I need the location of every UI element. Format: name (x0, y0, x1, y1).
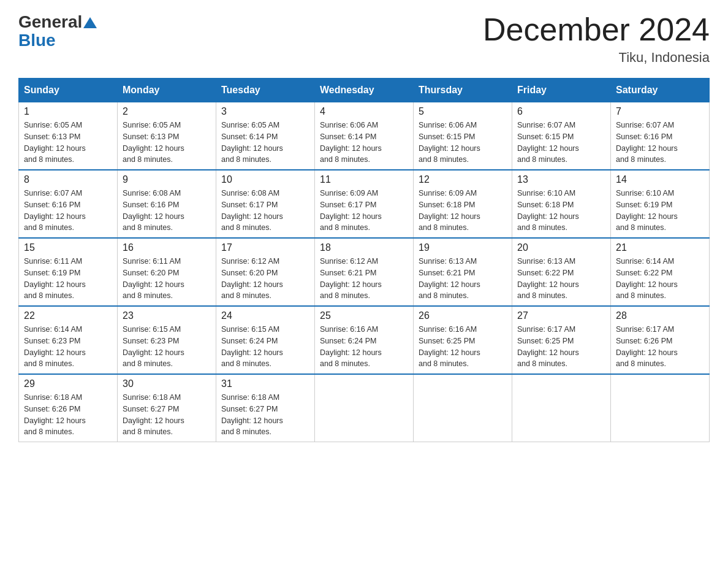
svg-marker-0 (83, 17, 97, 28)
day-number: 30 (123, 378, 211, 389)
day-number: 5 (419, 106, 507, 117)
calendar-header-row: SundayMondayTuesdayWednesdayThursdayFrid… (19, 79, 710, 102)
calendar-cell: 22 Sunrise: 6:14 AMSunset: 6:23 PMDaylig… (19, 306, 118, 374)
calendar-cell: 29 Sunrise: 6:18 AMSunset: 6:26 PMDaylig… (19, 374, 118, 442)
day-info: Sunrise: 6:09 AMSunset: 6:17 PMDaylight:… (320, 189, 382, 232)
calendar-cell: 4 Sunrise: 6:06 AMSunset: 6:14 PMDayligh… (315, 102, 414, 170)
calendar-cell: 23 Sunrise: 6:15 AMSunset: 6:23 PMDaylig… (118, 306, 216, 374)
day-info: Sunrise: 6:11 AMSunset: 6:19 PMDaylight:… (24, 257, 86, 300)
calendar-cell: 18 Sunrise: 6:12 AMSunset: 6:21 PMDaylig… (315, 238, 414, 306)
day-info: Sunrise: 6:18 AMSunset: 6:26 PMDaylight:… (24, 393, 86, 436)
header-tuesday: Tuesday (216, 79, 315, 102)
header-saturday: Saturday (611, 79, 710, 102)
day-number: 23 (123, 310, 211, 321)
day-number: 26 (419, 310, 507, 321)
day-number: 10 (221, 174, 309, 185)
day-info: Sunrise: 6:09 AMSunset: 6:18 PMDaylight:… (419, 189, 480, 232)
calendar-cell: 1 Sunrise: 6:05 AMSunset: 6:13 PMDayligh… (19, 102, 118, 170)
calendar-week-row: 15 Sunrise: 6:11 AMSunset: 6:19 PMDaylig… (19, 238, 710, 306)
day-number: 13 (517, 174, 605, 185)
day-info: Sunrise: 6:07 AMSunset: 6:15 PMDaylight:… (517, 121, 579, 164)
calendar-cell (315, 374, 414, 442)
day-info: Sunrise: 6:17 AMSunset: 6:25 PMDaylight:… (517, 325, 579, 368)
day-number: 18 (320, 242, 408, 253)
header-wednesday: Wednesday (315, 79, 414, 102)
calendar-cell: 2 Sunrise: 6:05 AMSunset: 6:13 PMDayligh… (118, 102, 216, 170)
day-number: 17 (221, 242, 309, 253)
page-header: General Blue December 2024 Tiku, Indones… (18, 12, 710, 66)
calendar-cell: 14 Sunrise: 6:10 AMSunset: 6:19 PMDaylig… (611, 170, 710, 238)
day-info: Sunrise: 6:08 AMSunset: 6:17 PMDaylight:… (221, 189, 283, 232)
day-info: Sunrise: 6:18 AMSunset: 6:27 PMDaylight:… (123, 393, 184, 436)
day-info: Sunrise: 6:13 AMSunset: 6:21 PMDaylight:… (419, 257, 480, 300)
calendar-cell: 15 Sunrise: 6:11 AMSunset: 6:19 PMDaylig… (19, 238, 118, 306)
calendar-cell: 5 Sunrise: 6:06 AMSunset: 6:15 PMDayligh… (414, 102, 512, 170)
day-info: Sunrise: 6:06 AMSunset: 6:14 PMDaylight:… (320, 121, 382, 164)
calendar-cell: 30 Sunrise: 6:18 AMSunset: 6:27 PMDaylig… (118, 374, 216, 442)
day-number: 27 (517, 310, 605, 321)
day-info: Sunrise: 6:07 AMSunset: 6:16 PMDaylight:… (24, 189, 86, 232)
header-thursday: Thursday (414, 79, 512, 102)
calendar-week-row: 8 Sunrise: 6:07 AMSunset: 6:16 PMDayligh… (19, 170, 710, 238)
day-number: 29 (24, 378, 112, 389)
day-number: 16 (123, 242, 211, 253)
day-number: 21 (616, 242, 704, 253)
title-area: December 2024 Tiku, Indonesia (483, 12, 710, 66)
day-info: Sunrise: 6:08 AMSunset: 6:16 PMDaylight:… (123, 189, 184, 232)
day-info: Sunrise: 6:11 AMSunset: 6:20 PMDaylight:… (123, 257, 184, 300)
day-number: 15 (24, 242, 112, 253)
calendar-cell: 10 Sunrise: 6:08 AMSunset: 6:17 PMDaylig… (216, 170, 315, 238)
calendar-cell: 6 Sunrise: 6:07 AMSunset: 6:15 PMDayligh… (512, 102, 611, 170)
logo-blue-text: Blue (18, 32, 97, 49)
day-number: 12 (419, 174, 507, 185)
calendar-cell (414, 374, 512, 442)
day-number: 9 (123, 174, 211, 185)
day-info: Sunrise: 6:13 AMSunset: 6:22 PMDaylight:… (517, 257, 579, 300)
calendar-cell: 27 Sunrise: 6:17 AMSunset: 6:25 PMDaylig… (512, 306, 611, 374)
day-info: Sunrise: 6:16 AMSunset: 6:25 PMDaylight:… (419, 325, 480, 368)
day-info: Sunrise: 6:07 AMSunset: 6:16 PMDaylight:… (616, 121, 678, 164)
day-number: 31 (221, 378, 309, 389)
day-number: 6 (517, 106, 605, 117)
day-number: 7 (616, 106, 704, 117)
day-info: Sunrise: 6:05 AMSunset: 6:14 PMDaylight:… (221, 121, 283, 164)
calendar-cell: 12 Sunrise: 6:09 AMSunset: 6:18 PMDaylig… (414, 170, 512, 238)
day-number: 4 (320, 106, 408, 117)
calendar-cell: 7 Sunrise: 6:07 AMSunset: 6:16 PMDayligh… (611, 102, 710, 170)
calendar-cell: 31 Sunrise: 6:18 AMSunset: 6:27 PMDaylig… (216, 374, 315, 442)
header-friday: Friday (512, 79, 611, 102)
day-number: 22 (24, 310, 112, 321)
calendar-cell: 17 Sunrise: 6:12 AMSunset: 6:20 PMDaylig… (216, 238, 315, 306)
day-info: Sunrise: 6:05 AMSunset: 6:13 PMDaylight:… (24, 121, 86, 164)
month-title: December 2024 (483, 12, 710, 47)
day-info: Sunrise: 6:15 AMSunset: 6:23 PMDaylight:… (123, 325, 184, 368)
calendar-cell: 13 Sunrise: 6:10 AMSunset: 6:18 PMDaylig… (512, 170, 611, 238)
calendar-cell: 16 Sunrise: 6:11 AMSunset: 6:20 PMDaylig… (118, 238, 216, 306)
day-info: Sunrise: 6:14 AMSunset: 6:22 PMDaylight:… (616, 257, 678, 300)
day-number: 2 (123, 106, 211, 117)
calendar-cell (611, 374, 710, 442)
day-number: 25 (320, 310, 408, 321)
day-info: Sunrise: 6:14 AMSunset: 6:23 PMDaylight:… (24, 325, 86, 368)
day-number: 19 (419, 242, 507, 253)
calendar-week-row: 1 Sunrise: 6:05 AMSunset: 6:13 PMDayligh… (19, 102, 710, 170)
day-info: Sunrise: 6:10 AMSunset: 6:19 PMDaylight:… (616, 189, 678, 232)
location-text: Tiku, Indonesia (483, 50, 710, 66)
day-info: Sunrise: 6:17 AMSunset: 6:26 PMDaylight:… (616, 325, 678, 368)
calendar-cell: 26 Sunrise: 6:16 AMSunset: 6:25 PMDaylig… (414, 306, 512, 374)
day-info: Sunrise: 6:10 AMSunset: 6:18 PMDaylight:… (517, 189, 579, 232)
logo-general-text: General (18, 12, 82, 32)
header-sunday: Sunday (19, 79, 118, 102)
day-number: 24 (221, 310, 309, 321)
calendar-week-row: 22 Sunrise: 6:14 AMSunset: 6:23 PMDaylig… (19, 306, 710, 374)
calendar-cell: 11 Sunrise: 6:09 AMSunset: 6:17 PMDaylig… (315, 170, 414, 238)
day-info: Sunrise: 6:06 AMSunset: 6:15 PMDaylight:… (419, 121, 480, 164)
day-number: 8 (24, 174, 112, 185)
calendar-cell: 9 Sunrise: 6:08 AMSunset: 6:16 PMDayligh… (118, 170, 216, 238)
day-info: Sunrise: 6:12 AMSunset: 6:20 PMDaylight:… (221, 257, 283, 300)
day-number: 11 (320, 174, 408, 185)
logo: General Blue (18, 12, 97, 49)
day-number: 14 (616, 174, 704, 185)
day-number: 1 (24, 106, 112, 117)
day-info: Sunrise: 6:18 AMSunset: 6:27 PMDaylight:… (221, 393, 283, 436)
